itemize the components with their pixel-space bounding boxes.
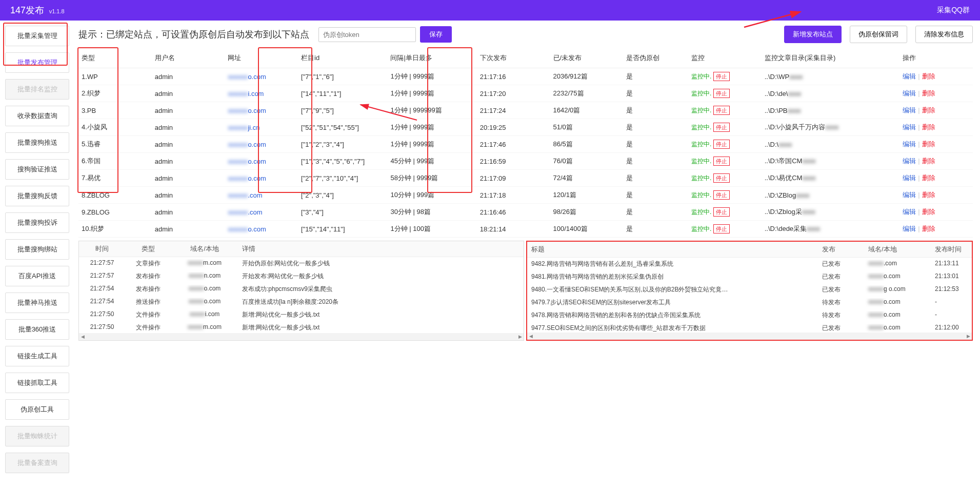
log-row: 9482.网络营销与网络营销有甚么差别_迅睿采集系统已发布xxxxx.com21… — [527, 258, 972, 270]
delete-link[interactable]: 删除 — [922, 208, 935, 216]
monitor-status: 监控中. — [691, 73, 711, 80]
monitor-status: 监控中. — [691, 174, 711, 182]
token-input[interactable] — [318, 27, 416, 42]
table-row: 1.WPadminxxxxxxo.com["7","1","6"]1分钟 | 9… — [78, 68, 973, 85]
edit-link[interactable]: 编辑 — [903, 191, 916, 199]
sidebar-item-8[interactable]: 批量搜狗绑站 — [5, 239, 69, 260]
log-row: 21:27:57文章操作xxxxxm.com开始伪原创:网站优化一般多少钱 — [79, 257, 524, 270]
table-row: 6.帝国adminxxxxxxo.com["1","3","4","5","6"… — [78, 153, 973, 170]
edit-link[interactable]: 编辑 — [903, 123, 916, 131]
sidebar-item-10[interactable]: 批量神马推送 — [5, 293, 69, 313]
add-site-button[interactable]: 新增发布站点 — [784, 26, 842, 43]
delete-link[interactable]: 删除 — [922, 72, 935, 80]
topbar: 提示：已绑定站点，可设置伪原创后自动发布到以下站点 保存 新增发布站点 伪原创保… — [78, 26, 973, 43]
scrollbar[interactable]: ◀▶ — [79, 333, 524, 340]
log-header: 发布 — [818, 245, 864, 254]
table-row: 7.易优adminxxxxxxo.com["2","7","3","10","4… — [78, 170, 973, 187]
edit-link[interactable]: 编辑 — [903, 174, 916, 182]
table-row: 8.ZBLOGadminxxxxxx.com["2","3","4"]10分钟 … — [78, 187, 973, 204]
sidebar-item-11[interactable]: 批量360推送 — [5, 319, 69, 340]
stop-button[interactable]: 停止 — [713, 106, 730, 115]
table-header: 间隔|单日最多 — [387, 48, 476, 68]
stop-button[interactable]: 停止 — [713, 190, 730, 200]
sidebar-item-2: 批量排名监控 — [5, 79, 69, 100]
keep-words-button[interactable]: 伪原创保留词 — [850, 26, 907, 43]
sidebar-item-1[interactable]: 批量发布管理 — [5, 52, 69, 73]
log-row: 21:27:54发布操作xxxxxo.com发布成功:phpcmscmsv9采集… — [79, 283, 524, 296]
delete-link[interactable]: 删除 — [922, 106, 935, 114]
sidebar-item-6[interactable]: 批量搜狗反馈 — [5, 186, 69, 206]
stop-button[interactable]: 停止 — [713, 140, 730, 149]
stop-button[interactable]: 停止 — [713, 89, 730, 98]
edit-link[interactable]: 编辑 — [903, 140, 916, 148]
table-row: 9.ZBLOGadminxxxxxx.com["3","4"]30分钟 | 98… — [78, 204, 973, 221]
sidebar-item-5[interactable]: 搜狗验证推送 — [5, 159, 69, 180]
sidebar-item-12[interactable]: 链接生成工具 — [5, 346, 69, 366]
stop-button[interactable]: 停止 — [713, 123, 730, 132]
monitor-status: 监控中. — [691, 107, 711, 114]
delete-link[interactable]: 删除 — [922, 157, 935, 165]
table-row: 2.织梦adminxxxxxxi.com["14","11","1"]1分钟 |… — [78, 85, 973, 102]
table-header: 类型 — [78, 48, 152, 68]
table-row: 10.织梦adminxxxxxxo.com["15","14","11"]1分钟… — [78, 221, 973, 238]
delete-link[interactable]: 删除 — [922, 191, 935, 199]
stop-button[interactable]: 停止 — [713, 207, 730, 217]
sidebar-item-14[interactable]: 伪原创工具 — [5, 399, 69, 420]
table-row: 3.PBadminxxxxxxo.com["7","9","5"]1分钟 | 9… — [78, 102, 973, 119]
log-header: 域名/本地 — [864, 245, 931, 254]
log-row: 21:27:57发布操作xxxxxn.com开始发布:网站优化一般多少钱 — [79, 270, 524, 283]
monitor-status: 监控中. — [691, 158, 711, 165]
sites-table: 类型用户名网址栏目id间隔|单日最多下次发布已/未发布是否伪原创监控监控文章目录… — [78, 48, 973, 238]
delete-link[interactable]: 删除 — [922, 140, 935, 148]
scrollbar[interactable]: ◀▶ — [527, 333, 972, 340]
log-header: 详情 — [238, 244, 524, 254]
sidebar: 批量采集管理批量发布管理批量排名监控收录数据查询批量搜狗推送搜狗验证推送批量搜狗… — [0, 21, 74, 484]
sidebar-item-7[interactable]: 批量搜狗投诉 — [5, 212, 69, 233]
log-row: 21:27:54推送操作xxxxxo.com百度推送成功[la n]剩余额度:2… — [79, 296, 524, 308]
monitor-status: 监控中. — [691, 191, 711, 199]
app-title: 147发布 v1.1.8 — [10, 4, 65, 16]
monitor-status: 监控中. — [691, 208, 711, 216]
delete-link[interactable]: 删除 — [922, 89, 935, 97]
log-header: 类型 — [125, 244, 171, 254]
qq-group-link[interactable]: 采集QQ群 — [937, 6, 970, 15]
stop-button[interactable]: 停止 — [713, 173, 730, 183]
sidebar-item-15: 批量蜘蛛统计 — [5, 426, 69, 446]
sidebar-item-0[interactable]: 批量采集管理 — [5, 26, 69, 46]
edit-link[interactable]: 编辑 — [903, 72, 916, 80]
table-header: 监控文章目录(采集目录) — [762, 48, 900, 68]
log-panel-left: 时间类型域名/本地详情 21:27:57文章操作xxxxxm.com开始伪原创:… — [78, 241, 524, 341]
log-row: 9479.7步认清SEO和SEM的区别siteserver发布工具待发布xxxx… — [527, 296, 972, 309]
sidebar-item-3[interactable]: 收录数据查询 — [5, 106, 69, 126]
log-header: 域名/本地 — [171, 244, 238, 254]
table-header: 监控 — [688, 48, 762, 68]
edit-link[interactable]: 编辑 — [903, 106, 916, 114]
table-row: 4.小旋风adminxxxxxxji.cn["52","51","54","55… — [78, 119, 973, 136]
stop-button[interactable]: 停止 — [713, 157, 730, 166]
edit-link[interactable]: 编辑 — [903, 157, 916, 165]
sidebar-item-9[interactable]: 百度API推送 — [5, 266, 69, 286]
sidebar-item-4[interactable]: 批量搜狗推送 — [5, 132, 69, 153]
log-row: 9480.一文看懂SEO和SEM的关系与区别,以及你的B2B外贸独立站究竟…已发… — [527, 283, 972, 296]
log-row: 21:27:50文件操作xxxxxm.com新增:网站优化一般多少钱.txt — [79, 321, 524, 334]
header-bar: 147发布 v1.1.8 采集QQ群 — [0, 0, 980, 21]
monitor-status: 监控中. — [691, 225, 711, 232]
sidebar-item-13[interactable]: 链接抓取工具 — [5, 373, 69, 393]
save-button[interactable]: 保存 — [420, 26, 452, 43]
delete-link[interactable]: 删除 — [922, 225, 935, 232]
edit-link[interactable]: 编辑 — [903, 208, 916, 216]
table-header: 网址 — [225, 48, 298, 68]
monitor-status: 监控中. — [691, 141, 711, 148]
clear-info-button[interactable]: 清除发布信息 — [915, 26, 973, 43]
delete-link[interactable]: 删除 — [922, 123, 935, 131]
edit-link[interactable]: 编辑 — [903, 89, 916, 97]
stop-button[interactable]: 停止 — [713, 72, 730, 81]
log-header: 发布时间 — [931, 245, 972, 254]
log-header: 标题 — [527, 245, 818, 254]
stop-button[interactable]: 停止 — [713, 224, 730, 233]
monitor-status: 监控中. — [691, 90, 711, 97]
log-panel-right: 标题发布域名/本地发布时间 9482.网络营销与网络营销有甚么差别_迅睿采集系统… — [526, 241, 973, 341]
edit-link[interactable]: 编辑 — [903, 225, 916, 232]
delete-link[interactable]: 删除 — [922, 174, 935, 182]
table-header: 用户名 — [152, 48, 225, 68]
